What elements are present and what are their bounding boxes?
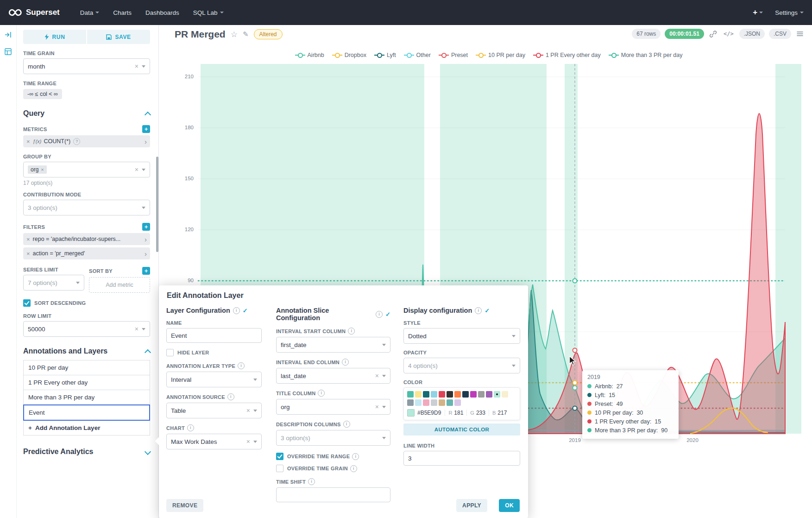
ok-button[interactable]: OK: [499, 499, 520, 512]
add-sort-metric-button[interactable]: +: [142, 267, 150, 275]
opacity-select[interactable]: 4 option(s): [403, 358, 520, 373]
edit-pencil-icon[interactable]: ✎: [243, 30, 249, 38]
new-dropdown-button[interactable]: +: [753, 8, 763, 17]
section-predictive-analytics[interactable]: Predictive Analytics: [23, 448, 150, 456]
color-swatch[interactable]: [407, 399, 414, 406]
legend-item-airbnb[interactable]: Airbnb: [295, 52, 324, 58]
run-button[interactable]: RUN: [23, 30, 86, 44]
group-by-select[interactable]: org× ×: [23, 162, 150, 177]
remove-icon[interactable]: ×: [26, 250, 30, 257]
menu-hamburger-icon[interactable]: [795, 30, 805, 38]
remove-button[interactable]: REMOVE: [166, 499, 203, 512]
color-swatch[interactable]: [439, 399, 445, 406]
section-query[interactable]: Query: [23, 109, 150, 118]
description-columns-select[interactable]: 3 option(s): [276, 430, 390, 446]
color-swatch[interactable]: [447, 391, 453, 398]
override-time-grain-checkbox[interactable]: [276, 465, 283, 472]
color-swatch[interactable]: [502, 391, 508, 398]
remove-icon[interactable]: ×: [26, 138, 30, 145]
hex-value[interactable]: #B5E9D9: [417, 410, 441, 416]
color-swatch[interactable]: [407, 391, 414, 398]
legend-item-dropbox[interactable]: Dropbox: [332, 52, 366, 58]
interval-end-column-select[interactable]: last_date×: [276, 368, 390, 384]
annotation-source-select[interactable]: Table×: [166, 403, 262, 418]
filter-pill-action[interactable]: × action = 'pr_merged' ›: [23, 247, 150, 259]
color-swatch[interactable]: [431, 399, 437, 406]
contribution-mode-select[interactable]: 3 option(s): [23, 200, 150, 215]
annotation-layer-item[interactable]: 10 PR per day: [23, 360, 150, 375]
g-value-group[interactable]: G233: [466, 410, 489, 416]
expand-panel-icon[interactable]: [5, 31, 12, 40]
clear-icon[interactable]: ×: [375, 404, 379, 410]
color-swatch[interactable]: [454, 399, 461, 406]
share-link-icon[interactable]: [708, 30, 718, 38]
help-icon[interactable]: ?: [73, 138, 80, 145]
apply-button[interactable]: APPLY: [456, 499, 487, 512]
filter-pill-repo[interactable]: × repo = 'apache/incubator-supers... ›: [23, 233, 150, 245]
interval-start-column-select[interactable]: first_date: [276, 337, 390, 353]
hide-layer-checkbox[interactable]: [166, 349, 174, 356]
nav-item-data[interactable]: Data: [80, 9, 100, 16]
color-swatch[interactable]: [431, 391, 437, 398]
clear-icon[interactable]: ×: [375, 373, 379, 379]
superset-logo[interactable]: Superset: [8, 8, 60, 17]
time-range-value[interactable]: -∞ ≤ col < ∞: [23, 89, 62, 99]
altered-badge[interactable]: Altered: [254, 29, 283, 39]
export-csv-button[interactable]: .CSV: [769, 29, 791, 39]
legend-item-other[interactable]: Other: [404, 52, 431, 58]
export-json-button[interactable]: .JSON: [739, 29, 765, 39]
legend-item-more-than-3-pr-per-day[interactable]: More than 3 PR per day: [609, 52, 683, 58]
add-filter-button[interactable]: +: [142, 223, 150, 231]
legend-item-preset[interactable]: Preset: [439, 52, 468, 58]
b-value-group[interactable]: B217: [489, 410, 510, 416]
datasource-grid-icon[interactable]: [5, 48, 12, 57]
color-swatch[interactable]: [415, 391, 422, 398]
nav-item-sql-lab[interactable]: SQL Lab: [193, 9, 224, 16]
legend-item-lyft[interactable]: Lyft: [374, 52, 396, 58]
color-swatch[interactable]: [439, 391, 445, 398]
remove-icon[interactable]: ×: [26, 236, 30, 243]
sort-by-add-metric[interactable]: Add metric: [89, 277, 150, 293]
clear-icon[interactable]: ×: [246, 407, 250, 414]
annotation-layer-item[interactable]: 1 PR Every other day: [23, 375, 150, 390]
r-value-group[interactable]: R181: [445, 410, 466, 416]
color-swatch[interactable]: [462, 391, 469, 398]
embed-code-icon[interactable]: </>: [722, 30, 735, 38]
sort-descending-checkbox[interactable]: [23, 299, 31, 307]
line-width-input[interactable]: [403, 451, 520, 466]
legend-item-10-pr-per-day[interactable]: 10 PR per day: [476, 52, 525, 58]
clear-icon[interactable]: ×: [135, 326, 138, 332]
color-swatch[interactable]: [415, 399, 422, 406]
annotation-layer-type-select[interactable]: Interval: [166, 372, 262, 387]
save-button[interactable]: SAVE: [87, 30, 150, 44]
clear-icon[interactable]: ×: [135, 166, 138, 173]
row-limit-select[interactable]: 50000 ×: [23, 321, 150, 337]
metric-pill-count[interactable]: × ƒ(x) COUNT(*) ? ›: [23, 135, 150, 147]
favorite-star-icon[interactable]: ☆: [231, 30, 238, 39]
clear-icon[interactable]: ×: [135, 63, 138, 69]
time-shift-input[interactable]: [276, 487, 390, 502]
annotation-layer-item[interactable]: More than 3 PR per day: [23, 390, 150, 405]
annotation-layer-item-selected[interactable]: Event: [23, 404, 150, 421]
color-swatch[interactable]: [423, 399, 429, 406]
color-swatch[interactable]: [470, 391, 477, 398]
nav-item-dashboards[interactable]: Dashboards: [145, 9, 179, 16]
legend-item-1-pr-every-other-day[interactable]: 1 PR Every other day: [533, 52, 601, 58]
color-swatch[interactable]: [447, 399, 453, 406]
color-swatch[interactable]: [423, 391, 429, 398]
color-swatch[interactable]: [454, 391, 461, 398]
color-swatch[interactable]: [478, 391, 485, 398]
color-swatch[interactable]: [486, 391, 492, 398]
clear-icon[interactable]: ×: [246, 438, 250, 445]
add-annotation-layer[interactable]: +Add Annotation Layer: [23, 420, 150, 436]
panel-scrollbar[interactable]: [156, 157, 158, 252]
automatic-color-button[interactable]: AUTOMATIC COLOR: [403, 423, 520, 436]
nav-item-charts[interactable]: Charts: [113, 9, 132, 16]
name-input[interactable]: [166, 328, 262, 343]
chart-select[interactable]: Max Work Dates×: [166, 434, 262, 449]
remove-tag-icon[interactable]: ×: [41, 167, 44, 172]
settings-menu[interactable]: Settings: [775, 9, 804, 16]
series-limit-select[interactable]: 7 option(s): [23, 275, 84, 291]
section-annotations[interactable]: Annotations and Layers: [23, 347, 150, 355]
time-grain-select[interactable]: month ×: [23, 58, 150, 74]
